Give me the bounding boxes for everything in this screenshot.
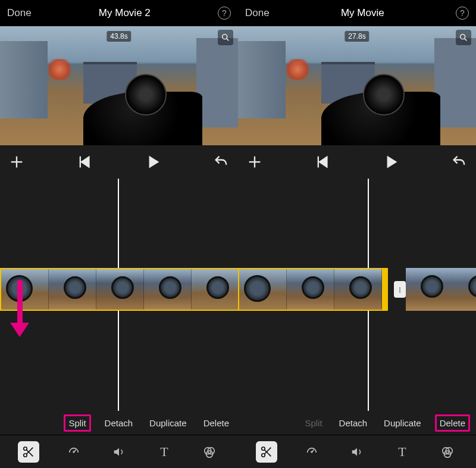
tool-toolbar: T [0, 435, 238, 468]
video-preview[interactable]: 27.8s [238, 26, 476, 145]
plus-icon [8, 154, 25, 170]
svg-line-26 [312, 450, 314, 452]
annotation-arrow [12, 280, 25, 339]
header-bar: DoneMy Movie? [238, 0, 476, 26]
text-icon: T [398, 444, 406, 460]
clip-thumbnail [144, 269, 192, 310]
delete-action[interactable]: Delete [201, 416, 232, 430]
svg-marker-6 [149, 157, 158, 168]
play-icon [145, 154, 161, 170]
filters-icon [441, 445, 454, 458]
clip-action-bar: SplitDetachDuplicateDelete [0, 411, 238, 435]
plus-icon [246, 154, 263, 170]
project-title: My Movie [341, 7, 384, 19]
zoom-button[interactable] [218, 30, 233, 45]
detach-action[interactable]: Detach [336, 416, 371, 430]
svg-line-16 [465, 39, 467, 41]
transport-controls [0, 145, 238, 179]
volume-icon [350, 445, 364, 458]
clip-thumbnail [287, 269, 334, 310]
magnifier-icon [221, 33, 230, 42]
svg-marker-4 [81, 157, 89, 168]
delete-action[interactable]: Delete [435, 414, 470, 432]
split-action[interactable]: Split [64, 414, 90, 432]
clip-thumbnail [96, 269, 144, 310]
text-tool[interactable]: T [392, 441, 413, 463]
filters-icon [203, 445, 216, 458]
clip-thumbnail [49, 269, 96, 310]
play-button[interactable] [383, 154, 399, 170]
speed-icon [67, 445, 80, 458]
undo-icon [451, 154, 468, 170]
undo-button[interactable] [213, 154, 230, 170]
svg-line-11 [74, 450, 76, 452]
magnifier-icon [459, 33, 468, 42]
clip-thumbnail [192, 269, 238, 310]
help-button[interactable]: ? [456, 7, 469, 20]
svg-point-23 [262, 453, 265, 457]
clip-strip [0, 268, 238, 311]
text-tool[interactable]: T [154, 441, 175, 463]
clip-thumbnail [453, 268, 476, 311]
timeline[interactable]: | [238, 179, 476, 411]
filters-tool[interactable] [437, 441, 458, 463]
scissors-icon [22, 445, 35, 458]
editor-panel: DoneMy Movie?27.8s|SplitDetachDuplicateD… [238, 0, 476, 468]
clip-thumbnail [406, 268, 453, 311]
tool-toolbar: T [238, 435, 476, 468]
time-indicator: 27.8s [345, 31, 369, 42]
help-button[interactable]: ? [218, 7, 231, 20]
svg-line-1 [227, 39, 229, 41]
clip-thumbnail [239, 269, 287, 310]
clip-thumbnail [1, 269, 49, 310]
svg-point-22 [262, 447, 265, 450]
timeline[interactable] [0, 179, 238, 411]
clip-thumbnail [334, 269, 382, 310]
selected-clip[interactable] [0, 268, 238, 311]
add-media-button[interactable] [246, 154, 263, 170]
volume-tool[interactable] [346, 441, 368, 463]
project-title: My Movie 2 [99, 7, 151, 19]
scissors-icon [260, 445, 273, 458]
done-button[interactable]: Done [7, 7, 32, 19]
speed-icon [305, 445, 318, 458]
duplicate-action[interactable]: Duplicate [146, 416, 190, 430]
video-preview[interactable]: 43.8s [0, 26, 238, 145]
skip-back-icon [77, 154, 93, 170]
svg-point-7 [24, 447, 27, 450]
undo-icon [213, 154, 230, 170]
svg-point-15 [461, 35, 465, 39]
play-icon [383, 154, 399, 170]
clip-trim-handle[interactable] [382, 269, 387, 310]
clip-action-bar: SplitDetachDuplicateDelete [238, 411, 476, 435]
speed-tool[interactable] [63, 441, 84, 463]
time-indicator: 43.8s [107, 31, 131, 42]
skip-start-button[interactable] [77, 154, 93, 170]
filters-tool[interactable] [199, 441, 220, 463]
volume-tool[interactable] [108, 441, 130, 463]
skip-back-icon [315, 154, 331, 170]
transition-slot[interactable]: | [394, 281, 406, 298]
transport-controls [238, 145, 476, 179]
scissors-tool[interactable] [18, 441, 39, 463]
undo-button[interactable] [451, 154, 468, 170]
svg-point-0 [223, 35, 227, 39]
selected-clip[interactable] [238, 268, 388, 311]
zoom-button[interactable] [456, 30, 471, 45]
scissors-tool[interactable] [256, 441, 277, 463]
text-icon: T [160, 444, 168, 460]
svg-point-8 [24, 453, 27, 457]
volume-icon [112, 445, 126, 458]
editor-panel: DoneMy Movie 2?43.8sSplitDetachDuplicate… [0, 0, 238, 468]
clip-strip: | [238, 268, 476, 311]
speed-tool[interactable] [301, 441, 322, 463]
header-bar: DoneMy Movie 2? [0, 0, 238, 26]
done-button[interactable]: Done [245, 7, 270, 19]
add-media-button[interactable] [8, 154, 25, 170]
play-button[interactable] [145, 154, 161, 170]
svg-marker-19 [319, 157, 327, 168]
next-clip[interactable] [406, 268, 476, 311]
detach-action[interactable]: Detach [102, 416, 136, 430]
skip-start-button[interactable] [315, 154, 331, 170]
duplicate-action[interactable]: Duplicate [381, 416, 424, 430]
